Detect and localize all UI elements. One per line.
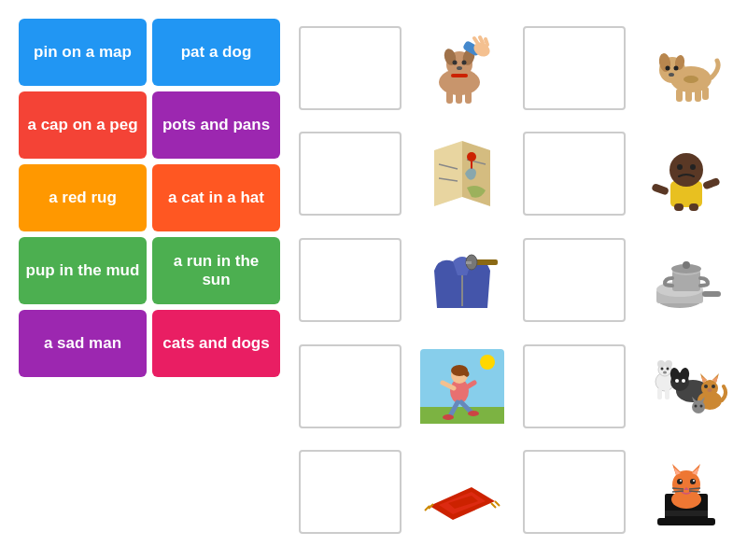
svg-point-115 — [693, 480, 695, 482]
svg-point-91 — [692, 400, 705, 413]
svg-point-73 — [663, 371, 667, 373]
svg-point-22 — [669, 73, 674, 77]
image-row-5 — [299, 442, 738, 541]
image-cell-5-2 — [411, 450, 514, 534]
svg-point-71 — [661, 367, 664, 370]
card-pup-in-the-mud[interactable]: pup in the mud — [19, 237, 147, 304]
right-panel — [299, 19, 738, 541]
image-row-1 — [299, 19, 738, 118]
drop-box-3-1[interactable] — [299, 238, 402, 322]
svg-rect-42 — [689, 203, 698, 211]
svg-point-94 — [695, 404, 698, 407]
card-pots-and-pans[interactable]: pots and pans — [152, 91, 280, 159]
svg-rect-9 — [456, 91, 462, 104]
image-cell-3-4 — [635, 238, 738, 322]
word-row-5: a sad man cats and dogs — [19, 310, 280, 377]
svg-rect-41 — [674, 203, 684, 211]
svg-point-66 — [468, 411, 479, 416]
svg-rect-7 — [451, 74, 468, 77]
svg-point-65 — [443, 414, 454, 420]
svg-point-70 — [665, 360, 672, 368]
svg-point-113 — [690, 479, 696, 484]
drop-box-5-1[interactable] — [299, 450, 402, 534]
word-row-4: pup in the mud a run in the sun — [19, 237, 280, 304]
svg-marker-28 — [434, 141, 462, 206]
drop-box-4-1[interactable] — [299, 344, 402, 428]
image-row-3 — [299, 231, 738, 329]
drop-box-5-3[interactable] — [523, 450, 626, 534]
svg-line-15 — [486, 39, 487, 45]
svg-point-37 — [677, 164, 683, 170]
svg-line-14 — [480, 37, 483, 43]
svg-rect-25 — [695, 89, 701, 102]
card-cats-and-dogs[interactable]: cats and dogs — [152, 310, 280, 377]
svg-rect-8 — [446, 91, 453, 104]
image-cell-1-2 — [411, 26, 514, 110]
svg-point-20 — [666, 65, 670, 70]
drop-box-1-1[interactable] — [299, 26, 402, 110]
word-row-2: a cap on a peg pots and pans — [19, 91, 280, 159]
svg-line-120 — [689, 491, 700, 492]
word-row-3: a red rug a cat in a hat — [19, 164, 280, 231]
image-cell-1-4 — [635, 26, 738, 110]
svg-point-69 — [657, 360, 665, 368]
svg-point-90 — [708, 388, 712, 392]
svg-point-80 — [675, 379, 679, 383]
svg-point-33 — [467, 152, 476, 161]
svg-rect-104 — [657, 518, 715, 525]
svg-line-119 — [689, 488, 700, 489]
svg-point-4 — [453, 60, 458, 64]
svg-rect-74 — [657, 388, 662, 399]
svg-line-102 — [491, 503, 496, 508]
card-a-run-in-the-sun[interactable]: a run in the sun — [152, 237, 280, 304]
svg-rect-23 — [676, 89, 683, 102]
card-a-red-rug[interactable]: a red rug — [19, 164, 147, 231]
svg-rect-26 — [702, 87, 709, 100]
drop-box-2-3[interactable] — [523, 132, 626, 216]
svg-line-117 — [672, 488, 684, 489]
svg-line-118 — [672, 491, 684, 492]
svg-point-88 — [704, 385, 708, 388]
svg-point-81 — [682, 379, 685, 383]
card-a-sad-man[interactable]: a sad man — [19, 310, 147, 377]
image-cell-2-2 — [411, 132, 514, 216]
svg-rect-75 — [665, 388, 669, 399]
image-row-4 — [299, 337, 738, 436]
svg-point-5 — [462, 60, 467, 64]
svg-line-101 — [495, 501, 500, 506]
svg-point-56 — [480, 355, 495, 370]
drop-box-1-3[interactable] — [523, 26, 626, 110]
svg-point-89 — [712, 385, 715, 388]
svg-rect-105 — [665, 511, 708, 516]
svg-point-6 — [457, 66, 462, 70]
svg-point-112 — [677, 479, 683, 484]
svg-point-114 — [680, 480, 682, 482]
card-pat-a-dog[interactable]: pat a dog — [152, 19, 280, 86]
card-pin-on-a-map[interactable]: pin on a map — [19, 19, 147, 86]
drop-box-2-1[interactable] — [299, 132, 402, 216]
svg-point-27 — [684, 76, 698, 83]
svg-point-38 — [690, 164, 696, 170]
image-row-2 — [299, 125, 738, 224]
image-cell-4-4 — [635, 344, 738, 428]
svg-point-95 — [700, 404, 703, 407]
drop-box-3-3[interactable] — [523, 238, 626, 322]
svg-rect-46 — [466, 261, 472, 264]
svg-rect-57 — [420, 407, 504, 424]
image-cell-2-4 — [635, 132, 738, 216]
image-cell-3-2 — [411, 238, 514, 322]
card-a-cap-on-a-peg[interactable]: a cap on a peg — [19, 91, 147, 159]
left-panel: pin on a map pat a dog a cap on a peg po… — [19, 19, 280, 541]
svg-rect-50 — [702, 291, 721, 297]
word-row-1: pin on a map pat a dog — [19, 19, 280, 86]
svg-rect-39 — [651, 183, 669, 196]
drop-box-4-3[interactable] — [523, 344, 626, 428]
svg-line-13 — [474, 38, 478, 44]
svg-rect-10 — [465, 91, 472, 104]
svg-rect-40 — [702, 177, 721, 190]
svg-point-72 — [667, 367, 669, 370]
svg-rect-24 — [685, 89, 692, 102]
svg-point-21 — [674, 65, 679, 70]
svg-point-60 — [451, 365, 468, 376]
card-a-cat-in-a-hat[interactable]: a cat in a hat — [152, 164, 280, 231]
